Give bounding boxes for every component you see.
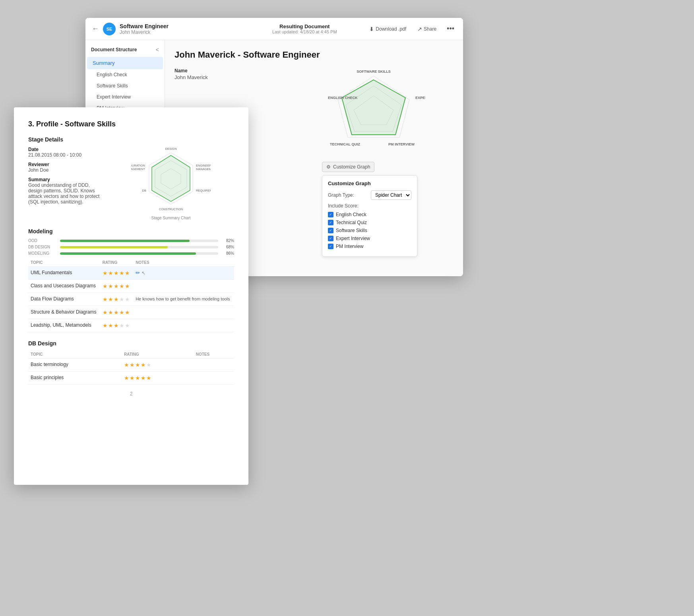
more-options-button[interactable]: •••: [444, 23, 457, 35]
checkbox-software-skills-box[interactable]: [328, 228, 333, 233]
rating-cell: ★★★★★: [100, 280, 134, 293]
spider-chart-svg: SOFTWARE SKILLS EXPERT INTERVIEW PM INTE…: [322, 68, 425, 155]
profile-card: 3. Profile - Software Skills Stage Detai…: [14, 107, 248, 485]
table-row: Data Flow Diagrams ★★★★★ He knows how to…: [28, 293, 234, 306]
download-button[interactable]: ⬇ Download .pdf: [366, 24, 409, 34]
customize-graph-button[interactable]: ⚙ Customize Graph: [322, 162, 374, 172]
graph-type-row: Graph Type: Spider Chart: [328, 190, 411, 200]
rating-cell: ★★★★★: [100, 319, 134, 332]
checkbox-english-check-box[interactable]: [328, 212, 333, 217]
svg-text:EXPERT INTERVIEW: EXPERT INTERVIEW: [415, 96, 425, 100]
sidebar-item-english-check[interactable]: English Check: [87, 69, 163, 80]
stage-grid: Date 21.08.2015 08:00 - 10:00 Reviewer J…: [28, 147, 234, 220]
notes-cell: ✏ ↖: [133, 267, 234, 280]
reviewer-item: Reviewer John Doe: [28, 162, 100, 173]
sidebar-header: Document Structure <: [85, 45, 165, 57]
avatar: SE: [103, 23, 116, 35]
profile-card-title: 3. Profile - Software Skills: [28, 120, 234, 128]
spider-chart-wrap: SOFTWARE SKILLS EXPERT INTERVIEW PM INTE…: [322, 68, 425, 155]
topic-cell: Data Flow Diagrams: [28, 293, 100, 306]
download-icon: ⬇: [369, 26, 374, 32]
table-row: Basic terminology ★★★★★: [28, 358, 234, 372]
col-rating: RATING: [100, 259, 134, 267]
topic-cell: Structure & Behavior Diagrams: [28, 306, 100, 319]
back-button[interactable]: ←: [92, 25, 99, 33]
share-icon: ↗: [417, 26, 422, 32]
topic-cell: Leadship, UML, Metamodels: [28, 319, 100, 332]
spider-chart-main: SOFTWARE SKILLS EXPERT INTERVIEW PM INTE…: [322, 68, 454, 155]
notes-cell: [133, 319, 234, 332]
rating-cell: ★★★★★: [100, 306, 134, 319]
edit-icon[interactable]: ✏: [136, 270, 140, 276]
stage-section: Stage Details Date 21.08.2015 08:00 - 10…: [28, 136, 234, 220]
sidebar-item-software-skills[interactable]: Software Skills: [87, 80, 163, 91]
checkbox-technical-quiz[interactable]: Technical Quiz: [328, 220, 411, 225]
col-topic: TOPIC: [28, 259, 100, 267]
svg-text:MANAGEMENT: MANAGEMENT: [196, 167, 211, 171]
gear-icon: ⚙: [326, 164, 331, 170]
date-item: Date 21.08.2015 08:00 - 10:00: [28, 147, 100, 158]
topic-cell: Basic terminology: [28, 358, 122, 372]
candidate-heading: John Maverick - Software Engineer: [174, 50, 454, 60]
checkbox-technical-quiz-box[interactable]: [328, 220, 333, 225]
col-notes-db: NOTES: [194, 351, 234, 358]
db-section: DB Design TOPIC RATING NOTES Basic termi…: [28, 340, 234, 385]
customize-panel: Customize Graph Graph Type: Spider Chart…: [322, 175, 417, 257]
summary-item: Summary Good understanding of DDD, desig…: [28, 177, 100, 205]
checkbox-pm-interview-box[interactable]: [328, 244, 333, 249]
svg-text:SOFTWARE SKILLS: SOFTWARE SKILLS: [357, 70, 391, 74]
share-button[interactable]: ↗ Share: [414, 24, 440, 34]
checkbox-expert-interview[interactable]: Expert Interview: [328, 236, 411, 241]
sidebar-item-summary[interactable]: Summary: [87, 57, 163, 69]
checkbox-software-skills[interactable]: Software Skills: [328, 228, 411, 233]
app-header: ← SE Software Engineer John Maverick Res…: [85, 18, 463, 40]
bars-section: OOD 82% DB DESIGN 68% MODELING 86%: [28, 238, 234, 256]
notes-cell: [194, 372, 234, 385]
modeling-title: Modeling: [28, 228, 234, 234]
notes-cell: [133, 306, 234, 319]
rating-cell: ★★★★★: [122, 358, 194, 372]
svg-marker-3: [342, 80, 405, 135]
graph-type-select[interactable]: Spider Chart: [371, 190, 411, 200]
bar-fill-db: [60, 246, 168, 248]
topic-cell: Class and Usecases Diagrams: [28, 280, 100, 293]
bar-fill-ood: [60, 240, 190, 242]
svg-text:CONSTRUCTION: CONSTRUCTION: [159, 207, 183, 211]
bar-db-design: DB DESIGN 68%: [28, 245, 234, 249]
db-title: DB Design: [28, 340, 234, 347]
rating-cell: ★★★★★: [100, 267, 134, 280]
bar-modeling: MODELING 86%: [28, 251, 234, 256]
checkbox-expert-interview-box[interactable]: [328, 236, 333, 241]
notes-cell: He knows how to get benefit from modelin…: [133, 293, 234, 306]
svg-text:DB: DB: [142, 189, 146, 192]
page-number: 2: [28, 391, 234, 397]
col-notes: NOTES: [133, 259, 234, 267]
checkbox-english-check[interactable]: English Check: [328, 212, 411, 217]
table-row: UML Fundamentals ★★★★★ ✏ ↖: [28, 267, 234, 280]
doc-info-center: Resulting Document Last updated: 4/18/20…: [243, 23, 366, 34]
modeling-topic-table: TOPIC RATING NOTES UML Fundamentals ★★★★…: [28, 259, 234, 332]
svg-text:PM INTERVIEW: PM INTERVIEW: [388, 142, 415, 146]
cursor-icon: ↖: [142, 270, 145, 276]
header-actions: ⬇ Download .pdf ↗ Share •••: [366, 23, 457, 35]
header-subtitle: John Maverick: [120, 29, 243, 35]
stage-chart-title: Stage Summary Chart: [151, 216, 191, 220]
stage-radar-svg: DESIGN ENGINEERING MANAGEMENT REQUIREMEN…: [131, 147, 211, 214]
svg-text:REQUIREMENTS: REQUIREMENTS: [196, 189, 211, 192]
customize-section: ⚙ Customize Graph Customize Graph Graph …: [322, 162, 454, 257]
svg-text:ENGLISH CHECK: ENGLISH CHECK: [328, 96, 358, 100]
svg-text:DESIGN: DESIGN: [165, 147, 177, 151]
stage-chart: DESIGN ENGINEERING MANAGEMENT REQUIREMEN…: [108, 147, 234, 220]
topic-cell: UML Fundamentals: [28, 267, 100, 280]
bar-ood: OOD 82%: [28, 238, 234, 243]
header-title: Software Engineer: [120, 23, 243, 29]
topic-cell: Basic principles: [28, 372, 122, 385]
table-row: Basic principles ★★★★★: [28, 372, 234, 385]
svg-text:MANAGEMENT: MANAGEMENT: [131, 167, 145, 171]
sidebar-collapse-button[interactable]: <: [156, 46, 159, 53]
doc-title: Resulting Document: [243, 23, 366, 29]
table-row: Leadship, UML, Metamodels ★★★★★: [28, 319, 234, 332]
notes-cell: [194, 358, 234, 372]
checkbox-pm-interview[interactable]: PM Interview: [328, 244, 411, 249]
sidebar-item-expert-interview[interactable]: Expert Interview: [87, 91, 163, 103]
